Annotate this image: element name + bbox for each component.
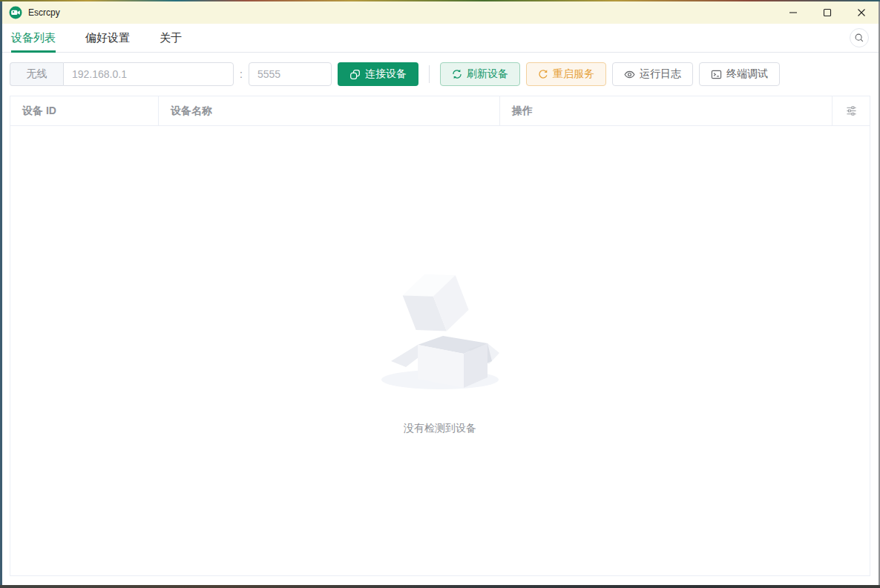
maximize-icon	[823, 8, 832, 17]
window-controls	[776, 1, 879, 24]
close-button[interactable]	[844, 1, 879, 24]
search-icon	[854, 33, 864, 43]
table-empty-body: 没有检测到设备	[10, 126, 870, 575]
column-header-device-id: 设备 ID	[10, 96, 159, 125]
ip-address-input[interactable]	[63, 62, 234, 86]
wireless-label: 无线	[10, 62, 63, 86]
connect-device-button[interactable]: 连接设备	[338, 62, 418, 86]
refresh-icon	[452, 69, 462, 79]
tab-preferences-label: 偏好设置	[85, 31, 130, 45]
run-logs-button[interactable]: 运行日志	[612, 62, 693, 86]
restart-service-button[interactable]: 重启服务	[526, 62, 606, 86]
minimize-icon	[789, 8, 798, 17]
empty-box-illustration	[381, 266, 499, 391]
toolbar-divider	[429, 65, 430, 83]
column-header-operations: 操作	[500, 96, 833, 125]
restart-service-label: 重启服务	[553, 67, 594, 81]
window-left-edge	[0, 1, 2, 588]
maximize-button[interactable]	[810, 1, 844, 24]
restart-icon	[538, 69, 548, 79]
connect-device-label: 连接设备	[365, 67, 407, 81]
main-surface: 设备列表 偏好设置 关于 无线 :	[2, 24, 879, 585]
tab-about-label: 关于	[160, 31, 182, 45]
tab-preferences[interactable]: 偏好设置	[85, 24, 130, 52]
window-top-edge	[0, 0, 880, 1]
device-table: 设备 ID 设备名称 操作	[10, 96, 870, 576]
search-button[interactable]	[850, 28, 869, 47]
refresh-devices-label: 刷新设备	[467, 67, 508, 81]
table-header: 设备 ID 设备名称 操作	[10, 96, 870, 126]
column-header-device-name: 设备名称	[159, 96, 500, 125]
terminal-icon	[711, 69, 722, 80]
tab-about[interactable]: 关于	[160, 24, 182, 52]
eye-icon	[624, 69, 635, 80]
port-input[interactable]	[249, 62, 332, 86]
titlebar: Escrcpy	[2, 1, 879, 24]
column-settings-button[interactable]	[833, 96, 870, 125]
sliders-icon	[846, 105, 857, 116]
terminal-debug-label: 终端调试	[726, 67, 768, 81]
toolbar-actions: 刷新设备 重启服务	[440, 62, 780, 86]
refresh-devices-button[interactable]: 刷新设备	[440, 62, 520, 86]
run-logs-label: 运行日志	[640, 67, 681, 81]
window-bottom-edge	[0, 585, 880, 588]
minimize-button[interactable]	[776, 1, 810, 24]
tab-device-list[interactable]: 设备列表	[11, 24, 56, 52]
tab-bar: 设备列表 偏好设置 关于	[2, 24, 879, 53]
ip-port-separator: :	[240, 68, 243, 80]
empty-state-text: 没有检测到设备	[404, 422, 476, 435]
terminal-debug-button[interactable]: 终端调试	[699, 62, 780, 86]
app-logo-icon	[9, 6, 22, 19]
tab-device-list-label: 设备列表	[11, 31, 56, 45]
app-window: Escrcpy 设备列表	[0, 0, 880, 588]
connection-toolbar: 无线 : 连接设备	[10, 62, 871, 86]
close-icon	[857, 8, 866, 17]
link-icon	[349, 69, 361, 80]
window-title: Escrcpy	[28, 7, 60, 18]
